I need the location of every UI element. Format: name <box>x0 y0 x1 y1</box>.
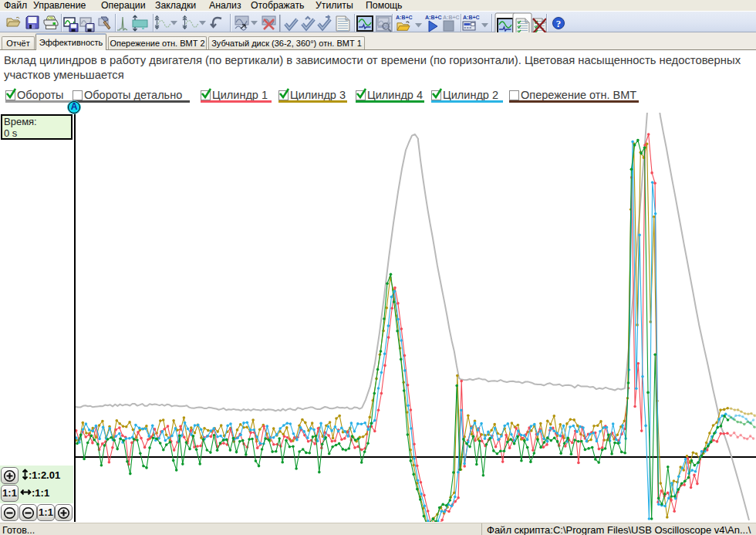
svg-text:A:B+C: A:B+C <box>463 15 480 20</box>
svg-text:A:B+C: A:B+C <box>396 15 413 20</box>
svg-text:A:B+C: A:B+C <box>443 15 460 20</box>
svg-text:A:B+C: A:B+C <box>425 15 442 20</box>
svg-text:?: ? <box>556 18 562 29</box>
